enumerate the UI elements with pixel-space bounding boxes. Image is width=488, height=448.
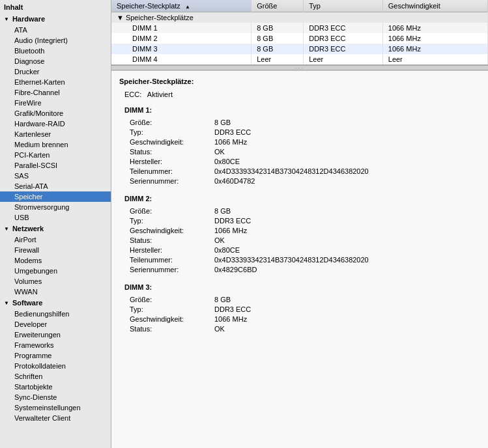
sidebar-item-umgebungen[interactable]: Umgebungen [0, 266, 111, 276]
table-row[interactable]: DIMM 2 8 GB DDR3 ECC 1066 MHz [111, 33, 488, 44]
dimm3-speed-key: Geschwindigkeit: [130, 315, 214, 324]
dimm1-hersteller-key: Hersteller: [130, 157, 214, 166]
sidebar-item-usb[interactable]: USB [0, 212, 111, 223]
sidebar-item-systemeinstellungen[interactable]: Systemeinstellungen [0, 402, 111, 413]
dimm-3-title: DIMM 3: [119, 283, 480, 291]
sidebar: Inhalt ▼ Hardware ATA Audio (Integriert)… [0, 0, 111, 448]
dimm2-status-val: OK [214, 236, 480, 245]
ecc-label: ECC: [124, 91, 141, 98]
dimm2-hersteller-val: 0x80CE [214, 245, 480, 255]
dimm1-teilenummer-key: Teilenummer: [130, 167, 214, 176]
cell-type: DDR3 ECC [304, 44, 383, 54]
sidebar-item-firewire[interactable]: FireWire [0, 98, 111, 108]
sidebar-item-sas[interactable]: SAS [0, 171, 111, 181]
dimm-1-grid: Größe: 8 GB Typ: DDR3 ECC Geschwindigkei… [119, 118, 480, 186]
sidebar-item-hardware-raid[interactable]: Hardware-RAID [0, 119, 111, 129]
dimm3-groesse-key: Größe: [130, 295, 214, 304]
sidebar-item-parallel[interactable]: Parallel-SCSI [0, 160, 111, 171]
dimm-2-grid: Größe: 8 GB Typ: DDR3 ECC Geschwindigkei… [119, 206, 480, 274]
sidebar-item-programme[interactable]: Programme [0, 350, 111, 361]
main-content: Speicher-Steckplatz ▲ Größe Typ Geschwin… [111, 0, 488, 448]
table-group-cell: ▼ Speicher-Steckplätze [111, 12, 488, 23]
sidebar-item-speicher[interactable]: Speicher [0, 191, 111, 202]
netzwerk-label: Netzwerk [12, 225, 44, 232]
dimm1-typ-key: Typ: [130, 128, 214, 137]
dimm2-speed-val: 1066 MHz [214, 226, 480, 235]
sidebar-item-developer[interactable]: Developer [0, 319, 111, 329]
col-speed-label: Geschwindigkeit [388, 2, 440, 10]
cell-size: 8 GB [251, 44, 304, 54]
sidebar-item-schriften[interactable]: Schriften [0, 371, 111, 382]
sidebar-item-bluetooth[interactable]: Bluetooth [0, 46, 111, 56]
cell-speed: 1066 MHz [382, 33, 487, 44]
group-expand-icon: ▼ [117, 14, 124, 21]
dimm1-speed-key: Geschwindigkeit: [130, 137, 214, 147]
cell-slot: DIMM 3 [111, 44, 251, 54]
sidebar-item-fibre[interactable]: Fibre-Channel [0, 87, 111, 98]
col-groesse-label: Größe [257, 2, 277, 10]
dimm1-groesse-key: Größe: [130, 118, 214, 127]
dimm2-typ-val: DDR3 ECC [214, 216, 480, 225]
sidebar-item-audio[interactable]: Audio (Integriert) [0, 35, 111, 46]
hardware-label: Hardware [12, 15, 45, 23]
sidebar-item-serial[interactable]: Serial-ATA [0, 181, 111, 191]
dimm1-hersteller-val: 0x80CE [214, 157, 480, 166]
dimm2-speed-key: Geschwindigkeit: [130, 226, 214, 235]
col-header-groesse[interactable]: Größe [251, 0, 304, 12]
ecc-value: Aktiviert [147, 91, 173, 98]
sidebar-item-grafik[interactable]: Grafik/Monitore [0, 108, 111, 119]
sidebar-item-kartenleser[interactable]: Kartenleser [0, 129, 111, 139]
cell-size: 8 GB [251, 33, 304, 44]
sidebar-item-modems[interactable]: Modems [0, 255, 111, 266]
sidebar-item-stromversorgung[interactable]: Stromversorgung [0, 202, 111, 212]
sidebar-item-ethernet[interactable]: Ethernet-Karten [0, 77, 111, 87]
software-label: Software [12, 299, 42, 307]
sidebar-item-airport[interactable]: AirPort [0, 234, 111, 245]
sidebar-section-netzwerk[interactable]: ▼ Netzwerk [0, 223, 111, 234]
col-header-geschwindigkeit[interactable]: Geschwindigkeit [382, 0, 487, 12]
dimm2-groesse-key: Größe: [130, 206, 214, 216]
dimm-2-section: DIMM 2: Größe: 8 GB Typ: DDR3 ECC Geschw… [119, 195, 480, 274]
dimm1-typ-val: DDR3 ECC [214, 128, 480, 137]
dimm3-groesse-val: 8 GB [214, 295, 480, 304]
dimm3-typ-key: Typ: [130, 305, 214, 314]
software-expand-icon: ▼ [4, 300, 9, 306]
dimm2-seriennummer-key: Seriennummer: [130, 265, 214, 274]
col-header-slot[interactable]: Speicher-Steckplatz ▲ [111, 0, 251, 12]
resize-handle[interactable] [111, 65, 488, 70]
table-header-row: Speicher-Steckplatz ▲ Größe Typ Geschwin… [111, 0, 488, 12]
sidebar-item-drucker[interactable]: Drucker [0, 66, 111, 77]
table-row[interactable]: DIMM 1 8 GB DDR3 ECC 1066 MHz [111, 23, 488, 33]
col-slot-label: Speicher-Steckplatz [117, 2, 180, 10]
sidebar-item-medium[interactable]: Medium brennen [0, 139, 111, 150]
sort-arrow-icon: ▲ [185, 4, 190, 10]
dimm1-seriennummer-val: 0x460D4782 [214, 176, 480, 186]
sidebar-item-diagnose[interactable]: Diagnose [0, 56, 111, 66]
cell-type: DDR3 ECC [304, 23, 383, 33]
cell-slot: DIMM 4 [111, 54, 251, 64]
sidebar-item-sync[interactable]: Sync-Dienste [0, 392, 111, 402]
sidebar-item-verwalteter[interactable]: Verwalteter Client [0, 413, 111, 423]
table-row[interactable]: DIMM 3 8 GB DDR3 ECC 1066 MHz [111, 44, 488, 54]
col-header-typ[interactable]: Typ [304, 0, 383, 12]
sidebar-item-wwan[interactable]: WWAN [0, 287, 111, 297]
dimm2-groesse-val: 8 GB [214, 206, 480, 216]
sidebar-item-volumes[interactable]: Volumes [0, 276, 111, 287]
sidebar-section-hardware[interactable]: ▼ Hardware [0, 13, 111, 25]
dimm2-teilenummer-val: 0x4D33393342314B37304248312D4346382020 [214, 255, 480, 264]
sidebar-item-erweiterungen[interactable]: Erweiterungen [0, 329, 111, 340]
group-name: Speicher-Steckplätze [126, 14, 194, 21]
dimm2-teilenummer-key: Teilenummer: [130, 255, 214, 264]
table-group-row: ▼ Speicher-Steckplätze [111, 12, 488, 23]
sidebar-item-firewall[interactable]: Firewall [0, 245, 111, 255]
sidebar-item-protokolldateien[interactable]: Protokolldateien [0, 361, 111, 371]
dimm1-teilenummer-val: 0x4D33393342314B37304248312D4346382020 [214, 167, 480, 176]
table-row[interactable]: DIMM 4 Leer Leer Leer [111, 54, 488, 64]
sidebar-item-ata[interactable]: ATA [0, 25, 111, 35]
table-area: Speicher-Steckplatz ▲ Größe Typ Geschwin… [111, 0, 488, 65]
sidebar-item-startobjekte[interactable]: Startobjekte [0, 382, 111, 392]
sidebar-item-bedienungshilfen[interactable]: Bedienungshilfen [0, 309, 111, 319]
sidebar-item-frameworks[interactable]: Frameworks [0, 340, 111, 350]
sidebar-item-pci[interactable]: PCI-Karten [0, 150, 111, 160]
sidebar-section-software[interactable]: ▼ Software [0, 297, 111, 309]
